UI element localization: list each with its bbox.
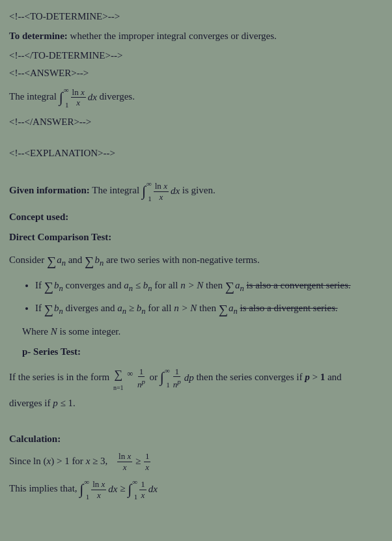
pseries-label: p- Series Test: (22, 346, 81, 357)
calc-int2-limits: ∞ 1 (132, 476, 137, 503)
calc-int2-num: 1 (139, 479, 147, 490)
given-int-sign: ∫ (142, 184, 146, 199)
calc-int1-dx: dx (108, 481, 117, 498)
calc-int1-num: ln x (91, 479, 106, 490)
pseries-div-line: diverges if p ≤ 1. (9, 395, 383, 412)
dct-label: Direct Comparison Test: (9, 232, 111, 242)
b2-diverges: diverges and (66, 303, 118, 313)
dct-bullets: If ∑bn converges and an ≤ bn for all n >… (9, 276, 383, 320)
calc-int2-den: x (140, 490, 147, 501)
b1-sigma2: ∑ (225, 276, 234, 297)
pseries-intro: If the series is in the form (9, 372, 112, 382)
calc-int1-frac: ln x x (91, 479, 106, 500)
comment-answer-open: <!--<ANSWER>--> (9, 66, 383, 81)
calc-int2-frac: 1 x (139, 479, 147, 500)
series-den: np (136, 377, 147, 389)
pseries-int-frac: 1 np (172, 367, 182, 390)
given-dx: dx (171, 183, 180, 200)
b1-n-gt-N: n > N (180, 280, 203, 290)
given-text: The integral (92, 186, 142, 196)
b1-sum-an: ∑an (225, 276, 244, 297)
given-num: ln x (154, 181, 169, 192)
given-frac: ln x x (154, 181, 169, 202)
answer-section: The integral ∫ ∞ 1 ln x x dx diverges. (9, 84, 383, 111)
b2-sigma2: ∑ (219, 299, 228, 320)
pseries-int-sign: ∫ (160, 370, 164, 385)
upper-limit: ∞ (64, 84, 69, 96)
pseries-integral: ∫ ∞ 1 1 np dp (160, 365, 194, 391)
comment-to-determine-close: <!--</TO-DETERMINE>--> (9, 48, 383, 63)
series-sum: ∑ n=1 (113, 365, 124, 391)
answer-text: diverges. (100, 91, 135, 102)
b1-end: is also a convergent series. (246, 280, 350, 290)
pseries-section: If the series is in the form ∑ n=1 ∞ 1 n… (9, 365, 383, 391)
calc-frac1-den: x (122, 462, 128, 473)
b2-n-gt-N: n > N (174, 303, 197, 313)
calc-implies-section: This implies that, ∫ ∞ 1 ln x x dx ≥ ∫ ∞… (9, 476, 383, 503)
b1-forall: for all (154, 280, 180, 290)
comment-explanation-open: <!--<EXPLANATION>--> (9, 146, 383, 161)
integrand-fraction: ln x x (71, 87, 86, 108)
integral-limits: ∞ 1 (64, 84, 69, 111)
calc-int1-limits: ∞ 1 (84, 476, 89, 503)
to-determine-section: To determine: whether the improper integ… (9, 28, 383, 45)
denominator: x (75, 98, 81, 108)
calc-frac1-num: ln x (117, 451, 132, 462)
pseries-int-den: np (172, 377, 182, 389)
where-text: Where N is some integer. (9, 324, 383, 340)
b2-sigma: ∑ (44, 299, 53, 320)
b1-an-leq-bn: an ≤ bn (124, 280, 152, 290)
pseries-int-limits: ∞ 1 (165, 365, 170, 391)
b2-forall: for all (148, 303, 174, 313)
answer-label: The integral (9, 91, 57, 102)
calc-int1-sign: ∫ (79, 482, 83, 497)
pseries-div-text: diverges if p ≤ 1. (9, 398, 76, 408)
calc-int1-den: x (96, 490, 102, 501)
an: an (57, 252, 66, 270)
calc-section: Calculation: (9, 431, 383, 448)
b2-sum-bn: ∑bn (44, 299, 63, 320)
calc-implies-text: This implies that, (9, 483, 79, 493)
series-num: 1 (138, 367, 145, 378)
calc-frac2: 1 x (144, 451, 151, 472)
pseries-upper: ∞ (165, 365, 170, 377)
concept-section: Concept used: (9, 209, 383, 226)
dct-consider: Consider (9, 255, 47, 265)
calc-frac2-den: x (144, 462, 150, 473)
calc-inequality: ln x x ≥ 1 x (117, 456, 151, 466)
calc-int1-lower: 1 (86, 491, 90, 503)
given-text2: is given. (182, 186, 216, 196)
pseries-then: then the series converges if p > 1 and (196, 372, 341, 382)
series-frac: 1 np (136, 367, 147, 390)
calc-int2-lower: 1 (134, 491, 138, 503)
calc-int1: ∫ ∞ 1 ln x x dx (79, 476, 117, 503)
given-section: Given information: The integral ∫ ∞ 1 ln… (9, 178, 383, 204)
sum-an: ∑an (47, 250, 66, 272)
b1-converges: converges and (66, 280, 124, 290)
given-integral: ∫ ∞ 1 ln x x dx (142, 178, 180, 204)
b1-sigma: ∑ (44, 276, 53, 297)
to-determine-text: whether the improper integral converges … (68, 31, 277, 41)
numerator: ln x (71, 87, 86, 98)
pseries-lower: 1 (166, 379, 170, 391)
comment-answer-close: <!--</ANSWER>--> (9, 115, 383, 130)
given-label: Given information: (9, 186, 90, 196)
b1-then: then (206, 280, 225, 290)
pseries-int-num: 1 (173, 367, 180, 378)
b2-bn: bn (54, 300, 63, 318)
sum-sigma: ∑ (114, 365, 122, 385)
calc-geq: ≥ (135, 456, 143, 466)
bn: bn (94, 252, 104, 270)
given-lower: 1 (148, 193, 152, 205)
b1-if: If (35, 280, 44, 290)
sigma1: ∑ (47, 250, 56, 272)
to-determine-label: To determine: (9, 31, 68, 41)
calc-int2-sign: ∫ (128, 482, 132, 497)
where-label: Where N is some integer. (22, 326, 120, 337)
b2-sum-an: ∑an (219, 299, 238, 320)
dct-and: and (68, 255, 85, 265)
calc-label: Calculation: (9, 434, 61, 444)
lower-limit: 1 (65, 99, 69, 111)
b2-then: then (199, 303, 219, 313)
sum-bn: ∑bn (85, 250, 104, 272)
